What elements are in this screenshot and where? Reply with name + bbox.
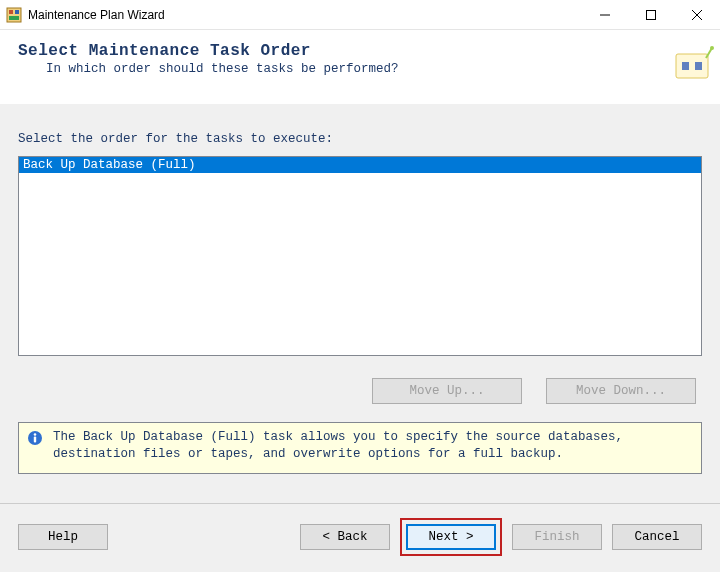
task-order-label: Select the order for the tasks to execut… <box>18 132 702 146</box>
cancel-button[interactable]: Cancel <box>612 524 702 550</box>
wizard-header: Select Maintenance Task Order In which o… <box>0 30 720 104</box>
page-subtitle: In which order should these tasks be per… <box>18 62 702 76</box>
next-button[interactable]: Next > <box>406 524 496 550</box>
task-description-text: The Back Up Database (Full) task allows … <box>53 429 693 463</box>
move-down-button: Move Down... <box>546 378 696 404</box>
task-description-panel: The Back Up Database (Full) task allows … <box>18 422 702 474</box>
back-button[interactable]: < Back <box>300 524 390 550</box>
wizard-footer: Help < Back Next > Finish Cancel <box>0 503 720 572</box>
info-icon <box>27 429 43 463</box>
svg-point-13 <box>34 433 37 436</box>
svg-rect-9 <box>682 62 689 70</box>
maximize-button[interactable] <box>628 0 674 29</box>
minimize-button[interactable] <box>582 0 628 29</box>
finish-button: Finish <box>512 524 602 550</box>
svg-rect-5 <box>647 10 656 19</box>
close-button[interactable] <box>674 0 720 29</box>
page-title: Select Maintenance Task Order <box>18 42 702 60</box>
window-title: Maintenance Plan Wizard <box>28 8 582 22</box>
app-icon <box>6 7 22 23</box>
svg-rect-10 <box>695 62 702 70</box>
move-up-button: Move Up... <box>372 378 522 404</box>
next-button-highlight: Next > <box>400 518 502 556</box>
task-order-listbox[interactable]: Back Up Database (Full) <box>18 156 702 356</box>
titlebar: Maintenance Plan Wizard <box>0 0 720 30</box>
list-item[interactable]: Back Up Database (Full) <box>19 157 701 173</box>
wizard-content: Select the order for the tasks to execut… <box>0 104 720 404</box>
help-button[interactable]: Help <box>18 524 108 550</box>
svg-rect-1 <box>9 10 13 14</box>
svg-rect-2 <box>15 10 19 14</box>
svg-rect-8 <box>676 54 708 78</box>
wizard-icon <box>670 44 714 88</box>
svg-point-11 <box>710 46 714 50</box>
window-controls <box>582 0 720 29</box>
svg-rect-3 <box>9 16 19 20</box>
svg-rect-14 <box>34 437 36 443</box>
